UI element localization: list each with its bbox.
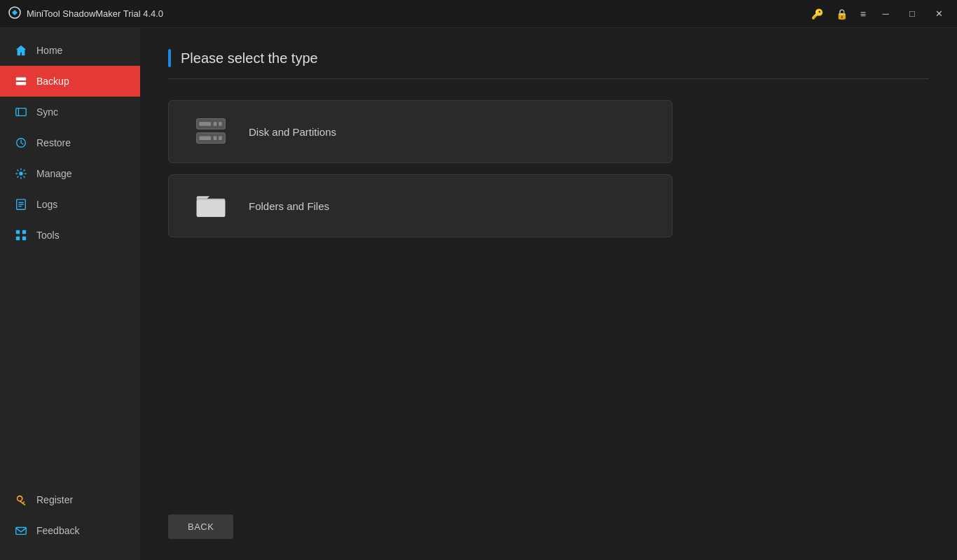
disk-partitions-option[interactable]: Disk and Partitions xyxy=(168,100,673,163)
sidebar-label-backup: Backup xyxy=(36,76,69,87)
sidebar-item-feedback[interactable]: Feedback xyxy=(0,515,140,546)
svg-rect-18 xyxy=(199,122,211,126)
home-icon xyxy=(14,43,28,57)
restore-icon xyxy=(14,136,28,150)
header-accent-bar xyxy=(168,49,171,67)
sidebar-item-tools[interactable]: Tools xyxy=(0,220,140,251)
folders-files-label: Folders and Files xyxy=(249,200,329,212)
manage-icon xyxy=(14,167,28,181)
register-key-icon xyxy=(14,493,28,507)
svg-rect-14 xyxy=(22,237,26,240)
svg-rect-13 xyxy=(16,237,20,240)
svg-rect-24 xyxy=(219,136,222,140)
sync-icon xyxy=(14,105,28,119)
sidebar-label-feedback: Feedback xyxy=(36,525,79,536)
titlebar-controls: 🔑 🔒 ≡ ─ □ ✕ xyxy=(808,4,949,24)
sidebar-label-restore: Restore xyxy=(36,137,71,148)
sidebar-label-manage: Manage xyxy=(36,168,72,179)
svg-rect-1 xyxy=(16,78,26,81)
svg-rect-23 xyxy=(214,136,217,140)
app-layout: Home Backup Sync xyxy=(0,28,957,560)
titlebar-logo: MiniTool ShadowMaker Trial 4.4.0 xyxy=(8,6,808,22)
titlebar: MiniTool ShadowMaker Trial 4.4.0 🔑 🔒 ≡ ─… xyxy=(0,0,957,28)
sidebar-item-sync[interactable]: Sync xyxy=(0,97,140,127)
sidebar-label-sync: Sync xyxy=(36,106,58,118)
sidebar-item-restore[interactable]: Restore xyxy=(0,127,140,158)
folder-icon xyxy=(190,185,232,227)
svg-rect-26 xyxy=(197,200,226,217)
app-title: MiniTool ShadowMaker Trial 4.4.0 xyxy=(27,8,163,19)
page-title: Please select the type xyxy=(181,50,318,66)
page-header: Please select the type xyxy=(168,49,929,79)
sidebar-item-home[interactable]: Home xyxy=(0,35,140,66)
sidebar-item-manage[interactable]: Manage xyxy=(0,158,140,189)
sidebar: Home Backup Sync xyxy=(0,28,140,560)
backup-icon xyxy=(14,74,28,88)
svg-rect-3 xyxy=(16,108,26,116)
sidebar-label-logs: Logs xyxy=(36,199,57,210)
svg-rect-20 xyxy=(219,122,222,126)
main-content: Please select the type Disk and Part xyxy=(140,28,957,560)
svg-point-6 xyxy=(19,172,22,175)
sidebar-label-home: Home xyxy=(36,45,62,56)
svg-rect-19 xyxy=(214,122,217,126)
svg-rect-22 xyxy=(199,136,211,140)
logs-icon xyxy=(14,197,28,211)
sidebar-item-logs[interactable]: Logs xyxy=(0,189,140,220)
tools-icon xyxy=(14,228,28,242)
sidebar-label-register: Register xyxy=(36,494,73,505)
sidebar-item-register[interactable]: Register xyxy=(0,484,140,515)
sidebar-item-backup[interactable]: Backup xyxy=(0,66,140,97)
key-icon[interactable]: 🔑 xyxy=(808,6,826,22)
svg-rect-2 xyxy=(16,82,26,85)
sidebar-label-tools: Tools xyxy=(36,230,60,241)
app-logo-icon xyxy=(8,6,21,22)
svg-line-15 xyxy=(23,502,25,503)
svg-rect-11 xyxy=(16,230,20,234)
close-button[interactable]: ✕ xyxy=(929,4,949,24)
minimize-button[interactable]: ─ xyxy=(876,4,895,24)
maximize-button[interactable]: □ xyxy=(902,4,922,24)
back-button[interactable]: BACK xyxy=(168,514,233,539)
lock-icon[interactable]: 🔒 xyxy=(833,6,851,22)
sidebar-bottom: Register Feedback xyxy=(0,484,140,560)
folders-files-option[interactable]: Folders and Files xyxy=(168,174,673,237)
svg-rect-16 xyxy=(16,528,26,535)
menu-icon[interactable]: ≡ xyxy=(858,6,869,22)
disk-icon xyxy=(190,111,232,153)
feedback-mail-icon xyxy=(14,524,28,538)
disk-partitions-label: Disk and Partitions xyxy=(249,126,336,138)
svg-rect-12 xyxy=(22,230,26,234)
